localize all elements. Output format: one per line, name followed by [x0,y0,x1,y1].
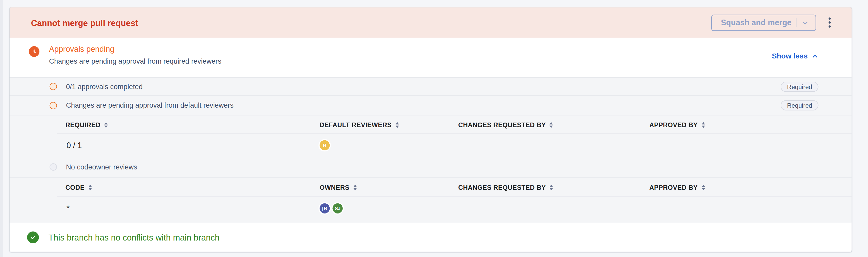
column-header-label: OWNERS [319,184,349,191]
approvals-pending-section: Approvals pending Changes are pending ap… [9,38,851,77]
merge-status-card: Cannot merge pull request Squash and mer… [9,7,851,252]
column-header-label: APPROVED BY [649,184,698,191]
column-header-label: DEFAULT REVIEWERS [319,121,392,128]
required-badge: Required [781,82,818,91]
chevron-down-icon[interactable] [802,19,809,26]
column-header-default-reviewers[interactable]: DEFAULT REVIEWERS [319,121,458,128]
avatar[interactable]: [B [319,203,330,214]
show-less-toggle[interactable]: Show less [772,52,818,60]
cannot-merge-banner: Cannot merge pull request Squash and mer… [9,7,851,38]
page: Cannot merge pull request Squash and mer… [0,0,868,257]
chevron-up-icon [811,53,818,59]
codeowners-table: CODE OWNERS CHANGES REQUESTED BY APPROVE… [9,178,851,222]
column-header-label: REQUIRED [65,121,100,128]
codeowner-status-label: No codeowner reviews [66,163,137,171]
table-header-row: CODE OWNERS CHANGES REQUESTED BY APPROVE… [9,178,851,196]
approvals-pending-subtitle: Changes are pending approval from requir… [49,56,221,66]
sort-icon[interactable] [353,184,357,190]
approvals-pending-title: Approvals pending [49,44,221,55]
owners-avatars: [B SJ [319,203,458,214]
sort-icon[interactable] [702,184,705,190]
pending-status-circle-icon [50,83,57,90]
clock-icon [29,46,40,57]
neutral-status-circle-icon [50,163,57,170]
banner-title: Cannot merge pull request [31,18,138,27]
more-options-kebab-icon[interactable] [825,14,835,31]
avatar[interactable]: SJ [333,203,342,214]
column-header-approved-by[interactable]: APPROVED BY [649,121,851,128]
no-conflicts-message: This branch has no conflicts with main b… [49,232,220,242]
show-less-label: Show less [772,52,808,60]
code-pattern-value: * [65,204,70,213]
table-row: * [B SJ [9,196,851,220]
column-header-label: CODE [65,184,85,191]
check-circle-icon [27,231,39,243]
column-header-label: APPROVED BY [649,121,698,128]
required-count-value: 0 / 1 [65,141,82,150]
column-header-changes-requested-by[interactable]: CHANGES REQUESTED BY [458,184,649,191]
check-row-approvals-count: 0/1 approvals completed Required [9,77,851,95]
required-badge: Required [781,100,818,110]
default-reviewers-avatars: H [319,140,458,150]
table-header-row: REQUIRED DEFAULT REVIEWERS CHANGES REQUE… [9,116,851,134]
column-header-approved-by[interactable]: APPROVED BY [649,184,851,191]
squash-and-merge-button[interactable]: Squash and merge [711,14,816,31]
check-label: Changes are pending approval from defaul… [66,101,234,109]
merge-button-divider [796,18,796,27]
sort-icon[interactable] [104,122,108,127]
column-header-changes-requested-by[interactable]: CHANGES REQUESTED BY [458,121,649,128]
merge-button-label: Squash and merge [718,18,792,27]
codeowner-status-row: No codeowner reviews [9,157,851,178]
table-row: 0 / 1 H [9,134,851,157]
avatar[interactable]: H [319,140,330,150]
sort-icon[interactable] [396,122,399,127]
column-header-label: CHANGES REQUESTED BY [458,121,546,128]
check-row-default-reviewers: Changes are pending approval from defaul… [9,95,851,115]
sort-icon[interactable] [550,122,553,127]
column-header-required[interactable]: REQUIRED [9,121,319,128]
page-left-gutter [0,0,3,257]
column-header-code[interactable]: CODE [9,184,319,191]
sort-icon[interactable] [550,184,553,190]
no-conflicts-section: This branch has no conflicts with main b… [9,222,851,252]
sort-icon[interactable] [702,122,705,127]
check-label: 0/1 approvals completed [66,83,143,90]
pending-status-circle-icon [50,102,57,109]
approvals-text-block: Approvals pending Changes are pending ap… [49,44,221,66]
column-header-owners[interactable]: OWNERS [319,184,458,191]
sort-icon[interactable] [88,184,92,190]
column-header-label: CHANGES REQUESTED BY [458,184,546,191]
required-reviewers-table: REQUIRED DEFAULT REVIEWERS CHANGES REQUE… [9,115,851,178]
